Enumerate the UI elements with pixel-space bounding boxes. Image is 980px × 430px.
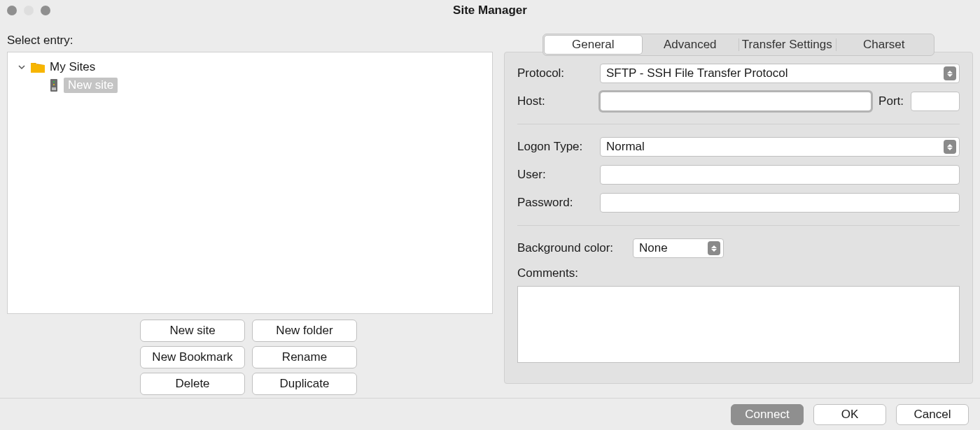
duplicate-button[interactable]: Duplicate — [252, 373, 357, 395]
connect-button[interactable]: Connect — [731, 404, 804, 425]
window-title: Site Manager — [0, 3, 980, 17]
entries-panel: Select entry: My Sites — [7, 25, 493, 395]
svg-rect-3 — [52, 87, 56, 90]
ok-button[interactable]: OK — [813, 404, 886, 425]
updown-icon — [708, 241, 720, 255]
logon-type-label: Logon Type: — [517, 140, 593, 154]
updown-icon — [944, 66, 956, 80]
titlebar: Site Manager — [0, 0, 980, 21]
background-color-select[interactable]: None — [633, 238, 724, 258]
folder-icon — [30, 61, 46, 73]
new-folder-button[interactable]: New folder — [252, 320, 357, 342]
comments-label: Comments: — [517, 266, 960, 280]
minimize-icon[interactable] — [24, 6, 34, 15]
comments-textarea[interactable] — [517, 286, 960, 363]
user-label: User: — [517, 168, 593, 182]
separator — [517, 225, 960, 226]
background-color-value: None — [639, 241, 668, 255]
tab-general[interactable]: General — [545, 36, 642, 54]
svg-point-2 — [53, 84, 55, 85]
logon-type-value: Normal — [606, 140, 645, 154]
tree-row-site[interactable]: New site — [8, 76, 492, 94]
chevron-down-icon[interactable] — [18, 63, 26, 71]
tree-row-root[interactable]: My Sites — [8, 58, 492, 76]
tree-site-label: New site — [64, 78, 118, 93]
updown-icon — [944, 140, 956, 154]
host-label: Host: — [517, 94, 593, 108]
host-input[interactable] — [600, 92, 872, 111]
new-bookmark-button[interactable]: New Bookmark — [140, 346, 245, 368]
delete-button[interactable]: Delete — [140, 373, 245, 395]
window-controls — [7, 6, 50, 15]
entry-buttons: New site New folder New Bookmark Rename … — [140, 320, 357, 395]
svg-point-1 — [53, 81, 55, 83]
user-input[interactable] — [600, 165, 960, 185]
maximize-icon[interactable] — [41, 6, 50, 15]
rename-button[interactable]: Rename — [252, 346, 357, 368]
server-icon — [48, 78, 59, 92]
logon-type-select[interactable]: Normal — [600, 137, 960, 157]
new-site-button[interactable]: New site — [140, 320, 245, 342]
site-tree[interactable]: My Sites New site — [7, 52, 493, 314]
background-color-label: Background color: — [517, 241, 626, 255]
password-input[interactable] — [600, 193, 960, 213]
port-label: Port: — [878, 94, 904, 108]
tab-transfer-settings[interactable]: Transfer Settings — [738, 36, 836, 54]
protocol-label: Protocol: — [517, 66, 593, 80]
close-icon[interactable] — [7, 6, 17, 15]
select-entry-label: Select entry: — [7, 34, 493, 48]
general-tab-form: Protocol: SFTP - SSH File Transfer Proto… — [504, 52, 973, 384]
password-label: Password: — [517, 196, 593, 210]
protocol-select[interactable]: SFTP - SSH File Transfer Protocol — [600, 64, 960, 83]
details-panel: General Advanced Transfer Settings Chars… — [504, 25, 973, 395]
dialog-footer: Connect OK Cancel — [0, 398, 980, 430]
tab-charset[interactable]: Charset — [836, 36, 933, 54]
tab-bar: General Advanced Transfer Settings Chars… — [542, 34, 934, 56]
tree-root-label: My Sites — [50, 60, 95, 74]
port-input[interactable] — [911, 92, 960, 111]
cancel-button[interactable]: Cancel — [896, 404, 969, 425]
tab-advanced[interactable]: Advanced — [642, 36, 739, 54]
separator — [517, 124, 960, 124]
protocol-value: SFTP - SSH File Transfer Protocol — [606, 66, 788, 80]
